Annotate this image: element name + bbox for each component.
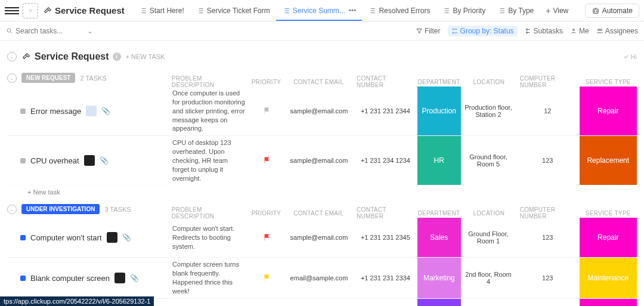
- priority-flag-icon[interactable]: [263, 107, 271, 115]
- task-description[interactable]: CPU of desktop 123 overheated. Upon chec…: [169, 136, 249, 185]
- hide-link[interactable]: Hi: [623, 53, 637, 60]
- check-icon: [623, 54, 629, 60]
- status-square-icon[interactable]: [20, 109, 26, 114]
- service-type-pill[interactable]: Repair: [580, 86, 637, 135]
- priority-flag-icon[interactable]: [263, 233, 271, 242]
- search-input[interactable]: [16, 27, 81, 35]
- status-square-icon[interactable]: [20, 276, 26, 281]
- task-computer-number[interactable]: 123: [516, 299, 580, 306]
- svg-point-0: [29, 10, 32, 12]
- subtasks-button[interactable]: Subtasks: [525, 27, 563, 35]
- task-number[interactable]: +1 231 231 2334: [354, 299, 417, 306]
- tab-label: Start Here!: [150, 7, 184, 15]
- tab-by-type[interactable]: By Type: [491, 0, 540, 21]
- service-type-pill[interactable]: Repair: [580, 299, 637, 306]
- task-location[interactable]: 2nd floor, Room 4: [461, 258, 516, 298]
- tab-resolved-errors[interactable]: Resolved Errors: [362, 0, 436, 21]
- new-task-link[interactable]: + NEW TASK: [126, 53, 165, 60]
- task-location[interactable]: Ground Floor, Room 1: [461, 218, 516, 257]
- task-email[interactable]: email@sample.com: [284, 258, 354, 298]
- department-pill[interactable]: Production: [417, 86, 461, 135]
- task-computer-number[interactable]: 123: [516, 258, 580, 298]
- service-type-pill[interactable]: Replacement: [580, 136, 637, 185]
- task-row[interactable]: Blank computer screen📎Computer screen tu…: [7, 257, 637, 298]
- task-email[interactable]: sample@email.com: [284, 218, 354, 257]
- status-square-icon[interactable]: [20, 235, 26, 240]
- task-row[interactable]: CPU overheat📎CPU of desktop 123 overheat…: [7, 135, 637, 185]
- page-title: Service Request i: [21, 51, 121, 62]
- attachment-icon[interactable]: 📎: [130, 274, 139, 282]
- search-box[interactable]: ⌄: [6, 27, 93, 35]
- task-number[interactable]: +1 231 234 1234: [354, 136, 417, 185]
- service-type-pill[interactable]: Maintenance: [580, 258, 637, 298]
- collapse-group-icon[interactable]: ⌄: [7, 73, 17, 83]
- breadcrumb-title: Service Request: [55, 5, 125, 16]
- tab-service-ticket-form[interactable]: Service Ticket Form: [190, 0, 276, 21]
- task-number[interactable]: +1 231 231 2345: [354, 218, 417, 257]
- task-location[interactable]: Production floor, Station 2: [461, 86, 516, 135]
- task-location[interactable]: Ground floor, Room 5: [461, 136, 516, 185]
- task-computer-number[interactable]: 123: [516, 136, 580, 185]
- department-pill[interactable]: Marketing: [417, 258, 461, 298]
- task-email[interactable]: sample@email.com: [284, 136, 354, 185]
- task-name[interactable]: CPU overheat: [30, 156, 79, 165]
- new-task-button[interactable]: + New task: [7, 185, 637, 196]
- task-emoji: [114, 273, 125, 283]
- tab-view[interactable]: +View: [540, 0, 574, 21]
- tab-label: Resolved Errors: [379, 7, 430, 15]
- ellipsis-icon[interactable]: •••: [349, 7, 357, 15]
- people-icon: [596, 27, 603, 35]
- task-number[interactable]: +1 231 231 2334: [354, 258, 417, 298]
- department-pill[interactable]: Sales: [417, 218, 461, 257]
- task-number[interactable]: +1 231 231 2344: [354, 86, 417, 135]
- view-tabs: Start Here!Service Ticket FormService Su…: [133, 0, 585, 21]
- breadcrumb[interactable]: Service Request: [43, 5, 125, 16]
- filter-button[interactable]: Filter: [416, 27, 441, 35]
- task-computer-number[interactable]: 12: [516, 86, 580, 135]
- task-description[interactable]: Once computer is used for production mon…: [169, 86, 249, 135]
- task-email[interactable]: sample@email.com: [284, 86, 354, 135]
- task-description[interactable]: Computer won't start. Redirects to booti…: [169, 218, 249, 257]
- tab-by-priority[interactable]: By Priority: [436, 0, 491, 21]
- task-description[interactable]: Computer screen turns blank frequently. …: [169, 258, 249, 298]
- task-name[interactable]: Error message: [30, 107, 81, 116]
- task-location[interactable]: Ground Floor, Room 2: [461, 299, 516, 306]
- department-pill[interactable]: HR: [417, 136, 461, 185]
- assignees-button[interactable]: Assignees: [596, 27, 638, 35]
- tab-label: Service Ticket Form: [207, 7, 270, 15]
- task-description[interactable]: After few hours of using the computer it…: [169, 299, 249, 306]
- list-icon: [368, 7, 376, 15]
- task-name[interactable]: Computer won't start: [30, 233, 102, 242]
- groupby-button[interactable]: Group by: Status: [448, 26, 518, 36]
- collapse-all-icon[interactable]: ⌄: [7, 52, 17, 61]
- info-icon[interactable]: i: [113, 52, 121, 61]
- me-button[interactable]: Me: [570, 27, 589, 35]
- tab-service-summ[interactable]: Service Summ...•••: [276, 0, 363, 21]
- task-row[interactable]: Computer won't start📎Computer won't star…: [7, 218, 637, 257]
- task-computer-number[interactable]: 123: [516, 218, 580, 257]
- status-chip[interactable]: NEW REQUEST: [21, 73, 75, 83]
- task-email[interactable]: sample@email.com: [284, 299, 354, 306]
- list-icon: [282, 7, 290, 15]
- task-count: 2 TASKS: [80, 75, 106, 82]
- status-square-icon[interactable]: [20, 158, 26, 163]
- attachment-icon[interactable]: 📎: [122, 233, 131, 242]
- task-name[interactable]: Blank computer screen: [30, 274, 110, 283]
- task-row[interactable]: Error message📎Once computer is used for …: [7, 86, 637, 135]
- list-icon: [139, 7, 147, 15]
- attachment-icon[interactable]: 📎: [101, 107, 110, 115]
- tab-start-here[interactable]: Start Here!: [133, 0, 190, 21]
- status-chip[interactable]: UNDER INVESTIGATION: [21, 204, 100, 214]
- chevron-down-icon[interactable]: ⌄: [87, 27, 93, 35]
- attachment-icon[interactable]: 📎: [100, 156, 109, 165]
- priority-flag-icon[interactable]: [263, 156, 271, 165]
- department-pill[interactable]: Operations: [417, 299, 461, 306]
- collapse-group-icon[interactable]: ⌄: [7, 205, 17, 214]
- automate-icon: [592, 7, 600, 15]
- menu-icon[interactable]: [5, 4, 19, 18]
- service-type-pill[interactable]: Repair: [580, 218, 637, 257]
- automate-button[interactable]: Automate: [585, 4, 639, 18]
- priority-flag-icon[interactable]: [263, 274, 271, 282]
- toolbar: ⌄ Filter Group by: Status Subtasks Me As…: [0, 21, 644, 41]
- workspace-icon[interactable]: [23, 3, 38, 18]
